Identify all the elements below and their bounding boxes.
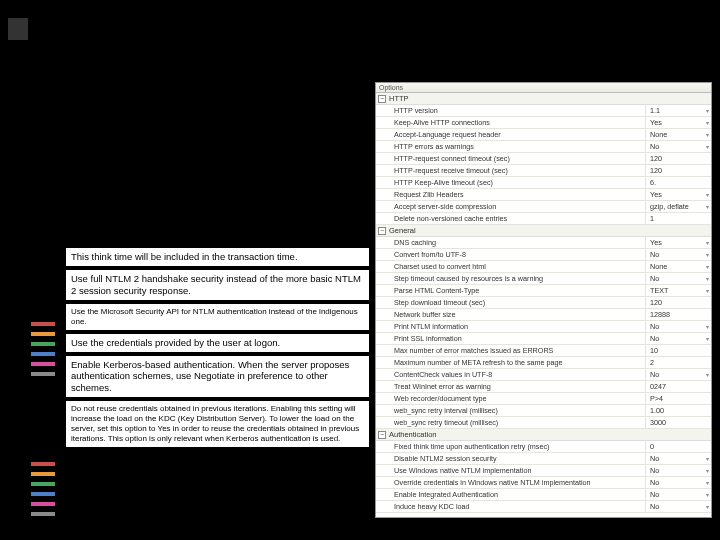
setting-value[interactable]: 120	[645, 165, 711, 176]
setting-value[interactable]: 6.	[645, 177, 711, 188]
chevron-down-icon[interactable]: ▾	[706, 143, 709, 150]
setting-row[interactable]: Induce heavy KDC loadNo▾	[376, 501, 711, 513]
setting-row[interactable]: Step download timeout (sec)120	[376, 297, 711, 309]
setting-key: Override credentials in Windows native N…	[376, 478, 645, 487]
setting-value[interactable]: No▾	[645, 333, 711, 344]
setting-value[interactable]: None▾	[645, 261, 711, 272]
setting-row[interactable]: DNS cachingYes▾	[376, 237, 711, 249]
setting-value[interactable]: No▾	[645, 141, 711, 152]
setting-value[interactable]: No▾	[645, 273, 711, 284]
setting-value[interactable]: Yes▾	[645, 189, 711, 200]
setting-value[interactable]: 120	[645, 297, 711, 308]
setting-value[interactable]: 12888	[645, 309, 711, 320]
setting-row[interactable]: HTTP version1.1▾	[376, 105, 711, 117]
setting-value[interactable]: 0	[645, 441, 711, 452]
setting-value[interactable]: 2	[645, 357, 711, 368]
chevron-down-icon[interactable]: ▾	[706, 323, 709, 330]
chevron-down-icon[interactable]: ▾	[706, 107, 709, 114]
setting-value[interactable]: Yes▾	[645, 117, 711, 128]
setting-value[interactable]: 1.00	[645, 405, 711, 416]
chevron-down-icon[interactable]: ▾	[706, 503, 709, 510]
setting-row[interactable]: Print SSL informationNo▾	[376, 333, 711, 345]
setting-row[interactable]: Disable NTLM2 session securityNo▾	[376, 453, 711, 465]
setting-value[interactable]: Yes▾	[645, 237, 711, 248]
setting-row[interactable]: Treat WinInet error as warning0247	[376, 381, 711, 393]
setting-row[interactable]: Enable Integrated AuthenticationNo▾	[376, 489, 711, 501]
setting-value[interactable]: 120	[645, 153, 711, 164]
setting-row[interactable]: Keep-Alive HTTP connectionsYes▾	[376, 117, 711, 129]
setting-key: HTTP-request connect timeout (sec)	[376, 154, 645, 163]
setting-row[interactable]: Network buffer size12888	[376, 309, 711, 321]
setting-value[interactable]: TEXT▾	[645, 285, 711, 296]
chevron-down-icon[interactable]: ▾	[706, 491, 709, 498]
setting-key: HTTP version	[376, 106, 645, 115]
setting-row[interactable]: HTTP Keep-Alive timeout (sec)6.	[376, 177, 711, 189]
setting-value[interactable]: No▾	[645, 477, 711, 488]
group-header-authentication[interactable]: −Authentication	[376, 429, 711, 441]
setting-row[interactable]: web_sync retry interval (millisec)1.00	[376, 405, 711, 417]
setting-row[interactable]: Use Windows native NTLM implementationNo…	[376, 465, 711, 477]
chevron-down-icon[interactable]: ▾	[706, 479, 709, 486]
setting-value[interactable]: 1	[645, 213, 711, 224]
setting-row[interactable]: HTTP-request receive timeout (sec)120	[376, 165, 711, 177]
group-header-http[interactable]: −HTTP	[376, 93, 711, 105]
setting-value[interactable]: 3000	[645, 417, 711, 428]
setting-key: HTTP Keep-Alive timeout (sec)	[376, 178, 645, 187]
setting-row[interactable]: Delete non-versioned cache entries1	[376, 213, 711, 225]
setting-value[interactable]: No▾	[645, 465, 711, 476]
setting-value[interactable]: 10	[645, 345, 711, 356]
setting-row[interactable]: HTTP-request connect timeout (sec)120	[376, 153, 711, 165]
setting-key: Web recorder/document type	[376, 394, 645, 403]
setting-key: Step timeout caused by resources is a wa…	[376, 274, 645, 283]
chevron-down-icon[interactable]: ▾	[706, 191, 709, 198]
setting-row[interactable]: Convert from/to UTF-8No▾	[376, 249, 711, 261]
setting-row[interactable]: Max number of error matches issued as ER…	[376, 345, 711, 357]
setting-value[interactable]: P>4	[645, 393, 711, 404]
setting-row[interactable]: Web recorder/document typeP>4	[376, 393, 711, 405]
setting-row[interactable]: Request Zlib HeadersYes▾	[376, 189, 711, 201]
setting-row[interactable]: Charset used to convert htmlNone▾	[376, 261, 711, 273]
setting-row[interactable]: HTTP errors as warningsNo▾	[376, 141, 711, 153]
settings-panel: Options −HTTPHTTP version1.1▾Keep-Alive …	[375, 82, 712, 518]
setting-key: Keep-Alive HTTP connections	[376, 118, 645, 127]
setting-row[interactable]: Override credentials in Windows native N…	[376, 477, 711, 489]
setting-row[interactable]: ContentCheck values in UTF-8No▾	[376, 369, 711, 381]
setting-value[interactable]: No▾	[645, 501, 711, 512]
setting-row[interactable]: Print NTLM informationNo▾	[376, 321, 711, 333]
setting-row[interactable]: Maximum number of META refresh to the sa…	[376, 357, 711, 369]
setting-row[interactable]: Accept server-side compressiongzip, defl…	[376, 201, 711, 213]
setting-value[interactable]: None▾	[645, 129, 711, 140]
chevron-down-icon[interactable]: ▾	[706, 203, 709, 210]
chevron-down-icon[interactable]: ▾	[706, 251, 709, 258]
setting-value[interactable]: No▾	[645, 369, 711, 380]
collapse-icon[interactable]: −	[378, 431, 386, 439]
setting-value[interactable]: 0247	[645, 381, 711, 392]
setting-key: Delete non-versioned cache entries	[376, 214, 645, 223]
setting-value[interactable]: No▾	[645, 321, 711, 332]
chevron-down-icon[interactable]: ▾	[706, 131, 709, 138]
group-header-general[interactable]: −General	[376, 225, 711, 237]
collapse-icon[interactable]: −	[378, 227, 386, 235]
chevron-down-icon[interactable]: ▾	[706, 455, 709, 462]
chevron-down-icon[interactable]: ▾	[706, 239, 709, 246]
chevron-down-icon[interactable]: ▾	[706, 119, 709, 126]
setting-row[interactable]: Step timeout caused by resources is a wa…	[376, 273, 711, 285]
setting-value[interactable]: No▾	[645, 489, 711, 500]
setting-value[interactable]: No▾	[645, 453, 711, 464]
setting-value[interactable]: gzip, deflate▾	[645, 201, 711, 212]
setting-key: web_sync retry timeout (millisec)	[376, 418, 645, 427]
chevron-down-icon[interactable]: ▾	[706, 335, 709, 342]
setting-row[interactable]: Accept-Language request headerNone▾	[376, 129, 711, 141]
setting-row[interactable]: Parse HTML Content-TypeTEXT▾	[376, 285, 711, 297]
setting-value[interactable]: No▾	[645, 249, 711, 260]
chevron-down-icon[interactable]: ▾	[706, 467, 709, 474]
collapse-icon[interactable]: −	[378, 95, 386, 103]
setting-key: Induce heavy KDC load	[376, 502, 645, 511]
chevron-down-icon[interactable]: ▾	[706, 371, 709, 378]
setting-value[interactable]: 1.1▾	[645, 105, 711, 116]
setting-row[interactable]: Fixed think time upon authentication ret…	[376, 441, 711, 453]
chevron-down-icon[interactable]: ▾	[706, 275, 709, 282]
setting-row[interactable]: web_sync retry timeout (millisec)3000	[376, 417, 711, 429]
chevron-down-icon[interactable]: ▾	[706, 287, 709, 294]
chevron-down-icon[interactable]: ▾	[706, 263, 709, 270]
